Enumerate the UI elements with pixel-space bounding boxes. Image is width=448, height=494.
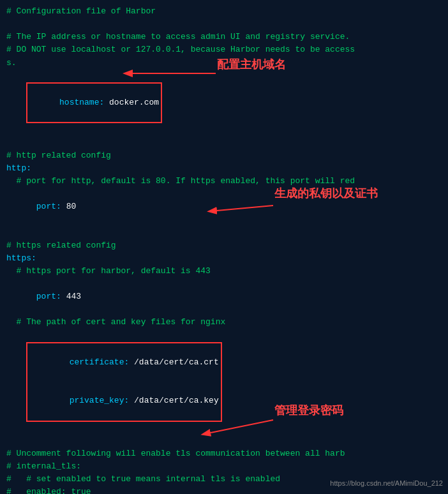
annotation-hostname: 配置主机域名 bbox=[217, 56, 286, 74]
privkey-value: /data/cert/ca.key bbox=[134, 396, 219, 405]
line-1: # Configuration file of Harbor bbox=[6, 5, 442, 18]
line-4: # DO NOT use localhost or 127.0.0.1, bec… bbox=[6, 43, 442, 56]
cert-value: /data/cert/ca.crt bbox=[134, 357, 219, 367]
terminal-window: # Configuration file of Harbor # The IP … bbox=[0, 0, 448, 494]
tls-comment2: # internal_tls: bbox=[6, 460, 442, 473]
line-empty-3 bbox=[6, 226, 442, 239]
pwd-arrow bbox=[0, 407, 448, 439]
cert-comment: # The path of cert and key files for ngi… bbox=[6, 316, 442, 329]
svg-line-5 bbox=[211, 420, 273, 433]
https-key: https: bbox=[6, 252, 442, 265]
svg-line-3 bbox=[217, 206, 273, 211]
https-port-line: port: 443 bbox=[6, 278, 442, 316]
hostname-key: hostname: bbox=[59, 98, 109, 107]
https-port-comment: # https port for harbor, default is 443 bbox=[6, 265, 442, 278]
cert-key: certificate: bbox=[59, 357, 134, 367]
hostname-value: docker.com bbox=[109, 98, 159, 107]
tls-comment1: # Uncomment following will enable tls co… bbox=[6, 447, 442, 460]
line-empty-1 bbox=[6, 18, 442, 31]
line-empty-2 bbox=[6, 136, 442, 149]
line-3: # The IP address or hostname to access a… bbox=[6, 31, 442, 43]
annotation-cert: 生成的私钥以及证书 bbox=[274, 185, 378, 203]
cert-arrow bbox=[0, 193, 448, 218]
http-comment: # http related config bbox=[6, 149, 442, 162]
watermark: https://blog.csdn.net/AMimiDou_212 bbox=[330, 478, 443, 489]
annotation-pwd: 管理登录密码 bbox=[274, 402, 343, 420]
https-comment: # https related config bbox=[6, 239, 442, 252]
privkey-key: private_key: bbox=[59, 396, 134, 405]
http-key: http: bbox=[6, 162, 442, 175]
